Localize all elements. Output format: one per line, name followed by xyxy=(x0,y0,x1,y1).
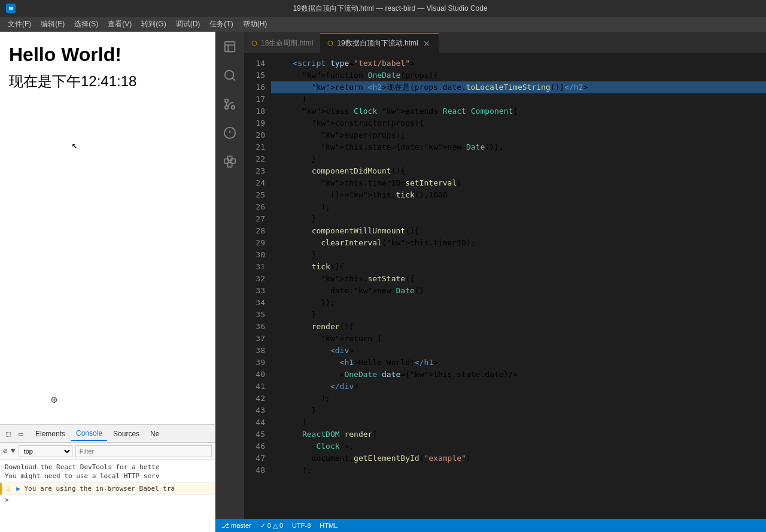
svg-rect-0 xyxy=(225,42,235,52)
code-line: } xyxy=(271,417,766,428)
code-line: <script type="text/babel"> xyxy=(271,57,766,69)
status-bar-item: ✓ 0 △ 0 xyxy=(260,522,283,530)
devtools-tab-bar: ⬚ ▭ Elements Console Sources Ne xyxy=(0,425,215,443)
svg-point-3 xyxy=(232,106,235,110)
line-number: 20 xyxy=(247,129,265,141)
line-number: 28 xyxy=(247,225,265,237)
code-line: "kw">this.setState({ xyxy=(271,273,766,285)
activity-icon-extensions[interactable] xyxy=(218,150,242,174)
prompt-chevron: > xyxy=(5,496,9,504)
main-layout: Hello World! 现在是下午12:41:18 ↖ ⊕ ⬚ ▭ Eleme… xyxy=(0,32,766,532)
svg-point-4 xyxy=(225,99,229,103)
line-number: 15 xyxy=(247,69,265,81)
tab-dataflow-label: 19数据自顶向下流动.html xyxy=(337,38,418,48)
console-msg-warning: ⚠ ▶ You are using the in-browser Babel t… xyxy=(0,483,215,495)
code-line: <div> xyxy=(271,345,766,357)
filter-icon[interactable]: ▼ xyxy=(11,446,16,455)
line-number: 38 xyxy=(247,345,265,357)
warning-expand[interactable]: ▶ xyxy=(16,485,20,493)
editor-area: ⬡ 18生命周期.html ⬡ 19数据自顶向下流动.html ✕ 141516… xyxy=(244,32,766,519)
line-number: 35 xyxy=(247,309,265,321)
warning-text: You are using the in-browser Babel tra xyxy=(25,485,175,493)
activity-icon-debug[interactable] xyxy=(218,121,242,145)
line-number: 31 xyxy=(247,261,265,273)
menu-item-E[interactable]: 编辑(E) xyxy=(36,18,69,31)
inspect-element-icon[interactable]: ⬚ xyxy=(3,428,14,439)
code-line: render(){ xyxy=(271,321,766,333)
tab-dataflow[interactable]: ⬡ 19数据自顶向下流动.html ✕ xyxy=(320,33,438,53)
tab-network[interactable]: Ne xyxy=(145,427,164,440)
code-line: } xyxy=(271,93,766,105)
preview-heading: Hello World! xyxy=(9,44,206,66)
code-line: "kw">return <h2>现在是{props.date.toLocaleT… xyxy=(271,81,766,93)
code-line: date:"kw">new Date() xyxy=(271,285,766,297)
activity-icon-search[interactable] xyxy=(218,63,242,87)
code-line: "kw">class Clock "kw">extends React.Comp… xyxy=(271,105,766,117)
devtools: ⬚ ▭ Elements Console Sources Ne ⊘ ▼ top … xyxy=(0,424,215,532)
line-number: 44 xyxy=(247,417,265,428)
tab-lifecycle-icon: ⬡ xyxy=(251,39,257,47)
activity-icon-explorer[interactable] xyxy=(218,35,242,59)
line-number: 32 xyxy=(247,273,265,285)
code-line: "kw">this.state={date:"kw">new Date()}; xyxy=(271,141,766,153)
line-number: 23 xyxy=(247,165,265,177)
code-line: } xyxy=(271,249,766,261)
console-output: Download the React DevTools for a bette … xyxy=(0,460,215,532)
code-line: ); xyxy=(271,393,766,405)
code-line: "kw">function OneDate(props){ xyxy=(271,69,766,81)
title-bar-text: 19数据自顶向下流动.html — react-bird — Visual St… xyxy=(20,4,760,14)
tab-lifecycle-label: 18生命周期.html xyxy=(261,38,313,48)
vscode-container: ⬡ 18生命周期.html ⬡ 19数据自顶向下流动.html ✕ 141516… xyxy=(215,32,766,532)
line-number: 21 xyxy=(247,141,265,153)
menu-item-F[interactable]: 文件(F) xyxy=(3,18,36,31)
line-number: 48 xyxy=(247,464,265,476)
code-line: clearInterval("kw">this.timerID); xyxy=(271,237,766,249)
menu-item-S[interactable]: 选择(S) xyxy=(69,18,103,31)
tab-elements[interactable]: Elements xyxy=(31,427,70,440)
line-number: 30 xyxy=(247,249,265,261)
tab-sources[interactable]: Sources xyxy=(108,427,144,440)
code-line: componentDidMount(){ xyxy=(271,165,766,177)
code-line: ); xyxy=(271,464,766,476)
console-context-select[interactable]: top xyxy=(19,445,72,457)
browser-preview: Hello World! 现在是下午12:41:18 ↖ ⊕ xyxy=(0,32,215,424)
code-line: }); xyxy=(271,297,766,309)
line-number: 33 xyxy=(247,285,265,297)
line-number: 47 xyxy=(247,452,265,464)
menu-bar: 文件(F)编辑(E)选择(S)查看(V)转到(G)调试(D)任务(T)帮助(H) xyxy=(0,17,766,32)
tab-lifecycle[interactable]: ⬡ 18生命周期.html xyxy=(244,33,320,53)
code-line: "kw">this.timerID=setInterval( xyxy=(271,177,766,189)
code-line: tick(){ xyxy=(271,261,766,273)
code-line: } xyxy=(271,153,766,165)
status-bar-item: ⎇ master xyxy=(221,522,251,530)
menu-item-T[interactable]: 任务(T) xyxy=(205,18,238,31)
line-number: 37 xyxy=(247,333,265,345)
devtools-toolbar: ⊘ ▼ top xyxy=(0,443,215,460)
line-number: 14 xyxy=(247,57,265,69)
code-line: ()=>"kw">this.tick(),1000 xyxy=(271,189,766,201)
console-prompt[interactable]: > xyxy=(0,495,215,505)
menu-item-D[interactable]: 调试(D) xyxy=(171,18,205,31)
menu-item-H[interactable]: 帮助(H) xyxy=(238,18,272,31)
menu-item-V[interactable]: 查看(V) xyxy=(103,18,136,31)
activity-bar xyxy=(215,32,244,519)
menu-item-G[interactable]: 转到(G) xyxy=(136,18,171,31)
code-line: <OneDate date={"kw">this.state.date}/> xyxy=(271,369,766,381)
tab-console[interactable]: Console xyxy=(71,427,107,441)
tab-close-button[interactable]: ✕ xyxy=(422,39,431,48)
code-line: </div> xyxy=(271,381,766,393)
line-number: 42 xyxy=(247,393,265,405)
line-number: 41 xyxy=(247,381,265,393)
line-number: 22 xyxy=(247,153,265,165)
line-number: 46 xyxy=(247,440,265,452)
code-content[interactable]: <script type="text/babel"> "kw">function… xyxy=(271,53,766,519)
left-panel: Hello World! 现在是下午12:41:18 ↖ ⊕ ⬚ ▭ Eleme… xyxy=(0,32,215,532)
clear-console-icon[interactable]: ⊘ xyxy=(3,446,8,456)
code-line: "kw">return ( xyxy=(271,333,766,345)
code-editor[interactable]: 1415161718192021222324252627282930313233… xyxy=(244,53,766,519)
activity-icon-git[interactable] xyxy=(218,92,242,116)
line-number: 17 xyxy=(247,93,265,105)
line-number: 16 xyxy=(247,81,265,93)
console-filter-input[interactable] xyxy=(75,445,212,457)
device-toolbar-icon[interactable]: ▭ xyxy=(16,428,26,439)
